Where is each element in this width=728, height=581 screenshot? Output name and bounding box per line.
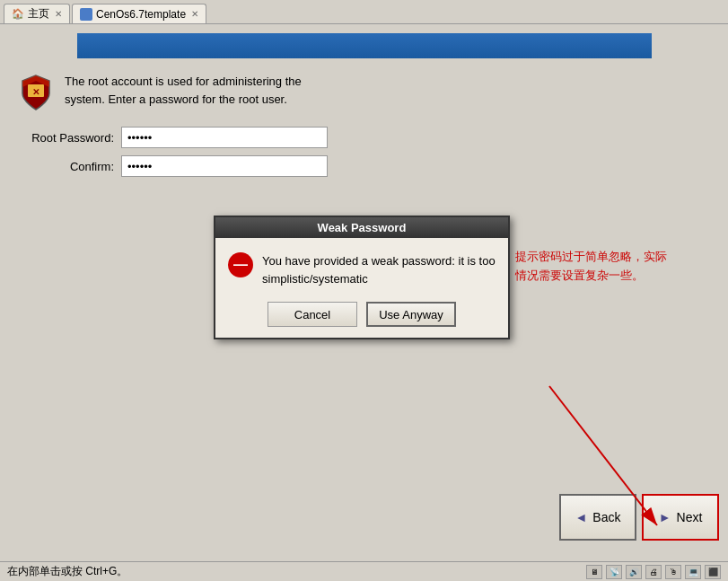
root-password-row: Root Password: [18,127,710,148]
annotation-text: 提示密码过于简单忽略，实际情况需要设置复杂一些。 [515,250,667,282]
dialog-title: Weak Password [318,221,407,234]
annotation: 提示密码过于简单忽略，实际情况需要设置复杂一些。 [515,248,672,286]
status-icon-monitor: 🖥 [586,565,602,579]
status-text: 在内部单击或按 Ctrl+G。 [7,564,577,579]
confirm-row: Confirm: [18,155,710,177]
back-button[interactable]: ◄ Back [559,494,636,541]
tab-template-label: CenOs6.7template [96,8,186,21]
use-anyway-button[interactable]: Use Anyway [366,302,456,327]
status-bar: 在内部单击或按 Ctrl+G。 🖥 📡 🔊 🖨 🖱 💻 ⬛ [0,561,728,581]
dialog-content: — You have provided a weak password: it … [215,238,508,338]
main-content: ✕ The root account is used for administe… [0,24,728,195]
progress-bar-fill [77,33,652,58]
confirm-input[interactable] [121,155,328,177]
confirm-label: Confirm: [18,160,121,173]
nav-bar: ◄ Back ► Next [559,494,719,541]
password-description: The root account is used for administeri… [65,73,316,108]
back-label: Back [592,510,620,524]
cancel-button[interactable]: Cancel [268,302,357,327]
dialog-message-row: — You have provided a weak password: it … [228,252,496,287]
error-icon: — [228,252,253,277]
home-icon: 🏠 [12,8,24,21]
next-button[interactable]: ► Next [642,494,719,541]
status-icon-box: ⬛ [705,565,721,579]
tab-home[interactable]: 🏠 主页 ✕ [4,4,70,23]
shield-svg: ✕ [19,74,53,111]
back-arrow-icon: ◄ [575,510,588,524]
tab-template[interactable]: CenOs6.7template ✕ [72,4,206,23]
tab-home-close[interactable]: ✕ [55,9,62,19]
next-arrow-icon: ► [659,510,671,524]
shield-icon-container: ✕ [18,73,54,112]
status-icon-computer: 💻 [685,565,701,579]
status-icon-sound: 🔊 [626,565,642,579]
tab-home-label: 主页 [28,6,49,22]
next-label: Next [677,510,703,524]
status-icons: 🖥 📡 🔊 🖨 🖱 💻 ⬛ [586,565,721,579]
status-icon-print: 🖨 [645,565,662,579]
tab-bar: 🏠 主页 ✕ CenOs6.7template ✕ [0,0,728,23]
tab-template-close[interactable]: ✕ [191,9,198,19]
password-section: ✕ The root account is used for administe… [18,73,710,112]
progress-bar-container [77,33,652,58]
browser-chrome: 🏠 主页 ✕ CenOs6.7template ✕ [0,0,728,24]
status-icon-mouse: 🖱 [665,565,681,579]
page-icon [80,8,92,21]
status-icon-network: 📡 [606,565,622,579]
weak-password-dialog: Weak Password — You have provided a weak… [214,216,510,339]
dialog-buttons: Cancel Use Anyway [228,302,496,327]
root-password-label: Root Password: [18,131,121,145]
svg-text:✕: ✕ [32,87,39,97]
root-password-input[interactable] [121,127,328,148]
form-area: Root Password: Confirm: [18,127,710,177]
dialog-title-bar: Weak Password [215,217,508,238]
dialog-message-text: You have provided a weak password: it is… [262,252,496,287]
